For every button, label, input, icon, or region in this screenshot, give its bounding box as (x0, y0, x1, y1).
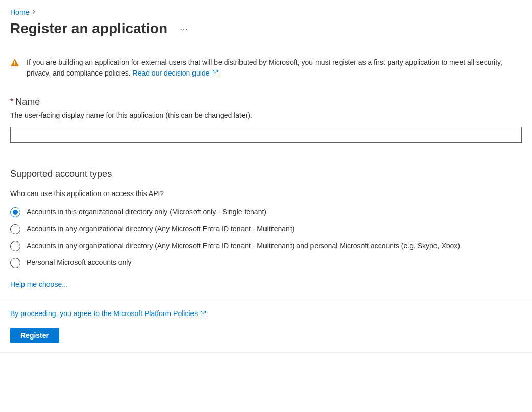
svg-rect-0 (14, 61, 15, 64)
radio-circle-icon (10, 224, 20, 234)
name-input[interactable] (10, 127, 522, 143)
name-label-row: * Name (10, 96, 522, 107)
policy-link-row: By proceeding, you agree to the Microsof… (10, 309, 522, 319)
account-types-question: Who can use this application or access t… (10, 189, 522, 198)
account-types-radio-group: Accounts in this organizational director… (10, 207, 522, 268)
radio-option-multitenant-personal[interactable]: Accounts in any organizational directory… (10, 240, 522, 251)
radio-label: Personal Microsoft accounts only (27, 257, 131, 268)
decision-guide-link[interactable]: Read our decision guide (133, 69, 219, 77)
name-field-label: Name (15, 96, 40, 107)
banner-text: If you are building an application for e… (27, 58, 502, 77)
breadcrumb-home-link[interactable]: Home (10, 8, 29, 16)
chevron-right-icon (32, 9, 36, 15)
divider (0, 352, 532, 353)
radio-label: Accounts in this organizational director… (27, 207, 267, 217)
radio-label: Accounts in any organizational directory… (27, 224, 294, 234)
name-field-description: The user-facing display name for this ap… (10, 111, 522, 119)
radio-circle-icon (10, 207, 20, 217)
register-button[interactable]: Register (10, 328, 59, 343)
radio-option-personal-only[interactable]: Personal Microsoft accounts only (10, 257, 522, 268)
external-link-icon (212, 68, 219, 79)
more-actions-button[interactable]: ⋯ (176, 22, 192, 36)
required-asterisk: * (10, 97, 13, 106)
radio-circle-icon (10, 241, 20, 251)
info-banner: If you are building an application for e… (10, 57, 522, 79)
warning-icon (10, 58, 19, 69)
account-types-heading: Supported account types (10, 168, 522, 179)
radio-circle-icon (10, 258, 20, 268)
page-title-row: Register an application ⋯ (10, 20, 522, 37)
radio-label: Accounts in any organizational directory… (27, 240, 460, 251)
platform-policies-link[interactable]: By proceeding, you agree to the Microsof… (10, 309, 207, 318)
breadcrumb: Home (10, 8, 522, 16)
external-link-icon (200, 310, 207, 319)
page-title: Register an application (10, 20, 167, 37)
info-banner-text: If you are building an application for e… (27, 57, 522, 79)
radio-option-multitenant[interactable]: Accounts in any organizational directory… (10, 224, 522, 234)
svg-rect-1 (14, 64, 15, 65)
help-me-choose-link[interactable]: Help me choose... (10, 280, 68, 288)
divider (0, 300, 532, 300)
radio-option-single-tenant[interactable]: Accounts in this organizational director… (10, 207, 522, 217)
